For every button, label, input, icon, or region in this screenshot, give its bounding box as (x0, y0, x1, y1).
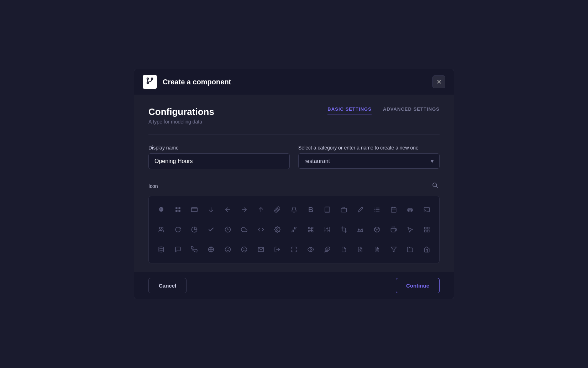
icon-alien[interactable] (154, 202, 168, 217)
tabs: BASIC SETTINGS ADVANCED SETTINGS (327, 106, 440, 115)
icon-command[interactable] (304, 222, 317, 237)
icon-smile[interactable] (221, 242, 235, 257)
icon-file[interactable] (337, 242, 351, 257)
icon-dashboard[interactable] (420, 222, 434, 237)
icon-arrow-up[interactable] (254, 202, 268, 217)
icon-code[interactable] (254, 222, 268, 237)
icon-book[interactable] (320, 202, 334, 217)
svg-rect-52 (427, 227, 429, 229)
icon-calendar[interactable] (387, 202, 400, 217)
icon-settings[interactable] (271, 222, 284, 237)
display-name-group: Display name (148, 145, 290, 169)
category-select[interactable]: restaurant food services general (298, 153, 440, 169)
svg-rect-54 (424, 230, 426, 232)
svg-rect-10 (178, 207, 180, 209)
svg-marker-72 (391, 247, 396, 252)
continue-button[interactable]: Continue (396, 278, 440, 293)
icon-crop[interactable] (337, 222, 351, 237)
icon-crown[interactable] (353, 222, 367, 237)
svg-point-65 (310, 249, 311, 251)
icon-arrow-down[interactable] (204, 202, 218, 217)
icon-car[interactable] (403, 202, 417, 217)
cancel-button[interactable]: Cancel (148, 278, 187, 293)
close-button[interactable]: ✕ (432, 75, 445, 88)
svg-line-37 (295, 227, 296, 229)
icon-cloud[interactable] (237, 222, 251, 237)
icon-folder[interactable] (403, 242, 417, 257)
config-title-block: Configurations A type for modeling data (148, 106, 214, 125)
svg-point-33 (159, 227, 162, 229)
icon-frown[interactable] (237, 242, 251, 257)
icon-grid[interactable] (171, 202, 185, 217)
svg-point-31 (411, 210, 412, 211)
category-select-wrapper: restaurant food services general ▼ (298, 153, 440, 169)
icon-users[interactable] (154, 222, 168, 237)
icon-mail[interactable] (254, 242, 268, 257)
icon-bell[interactable] (287, 202, 301, 217)
display-name-input[interactable] (148, 153, 290, 169)
icon-card[interactable] (188, 202, 201, 217)
svg-point-55 (159, 247, 164, 249)
icon-file-x[interactable] (353, 242, 367, 257)
icon-search-button[interactable] (430, 180, 440, 191)
icon-external-link[interactable] (271, 242, 284, 257)
svg-point-58 (225, 247, 230, 252)
svg-rect-53 (427, 230, 429, 232)
icon-sliders[interactable] (320, 222, 334, 237)
icon-filter[interactable] (387, 242, 400, 257)
icon-feather[interactable] (320, 242, 334, 257)
icon-check[interactable] (204, 222, 218, 237)
icon-coffee[interactable] (387, 222, 400, 237)
icon-message[interactable] (171, 242, 185, 257)
svg-rect-19 (341, 208, 346, 212)
icon-row-3 (154, 242, 434, 257)
category-label: Select a category or enter a name to cre… (298, 145, 440, 151)
svg-point-8 (162, 209, 163, 210)
svg-point-6 (159, 207, 163, 212)
modal-footer: Cancel Continue (134, 272, 454, 299)
modal-body: Configurations A type for modeling data … (134, 95, 454, 272)
logo-box (143, 75, 157, 89)
svg-rect-12 (178, 210, 180, 212)
svg-line-36 (292, 230, 293, 232)
svg-rect-11 (175, 210, 177, 212)
icon-row-2 (154, 222, 434, 237)
icon-cursor[interactable] (403, 222, 417, 237)
icon-file-text[interactable] (370, 242, 384, 257)
icon-bold[interactable] (304, 202, 317, 217)
svg-line-5 (436, 186, 437, 188)
icon-compress[interactable] (287, 222, 301, 237)
icon-attachment[interactable] (271, 202, 284, 217)
svg-point-35 (277, 229, 278, 231)
tab-basic-settings[interactable]: BASIC SETTINGS (327, 106, 372, 115)
icon-eye[interactable] (304, 242, 317, 257)
icon-pie-chart[interactable] (188, 222, 201, 237)
category-group: Select a category or enter a name to cre… (298, 145, 440, 169)
svg-rect-13 (191, 207, 198, 212)
modal-header: Create a component ✕ (134, 69, 454, 95)
svg-rect-26 (391, 207, 396, 212)
icon-phone[interactable] (188, 242, 201, 257)
form-row: Display name Select a category or enter … (148, 145, 440, 169)
header-left: Create a component (143, 75, 231, 89)
icon-briefcase[interactable] (337, 202, 351, 217)
icon-maximize[interactable] (287, 242, 301, 257)
modal-dialog: Create a component ✕ Configurations A ty… (134, 69, 454, 299)
icon-section-header: Icon (148, 180, 440, 191)
icon-section: Icon (148, 180, 440, 263)
icon-brush[interactable] (353, 202, 367, 217)
icon-arrow-right[interactable] (237, 202, 251, 217)
icon-arrow-left[interactable] (221, 202, 235, 217)
tab-advanced-settings[interactable]: ADVANCED SETTINGS (383, 106, 440, 115)
icon-home[interactable] (420, 242, 434, 257)
logo-icon (146, 77, 154, 87)
icon-refresh[interactable] (171, 222, 185, 237)
icon-globe[interactable] (204, 242, 218, 257)
icon-database[interactable] (154, 242, 168, 257)
icon-list[interactable] (370, 202, 384, 217)
icon-cast[interactable] (420, 202, 434, 217)
svg-point-7 (160, 209, 161, 210)
icon-cube[interactable] (370, 222, 384, 237)
modal-title: Create a component (163, 78, 231, 86)
icon-clock[interactable] (221, 222, 235, 237)
